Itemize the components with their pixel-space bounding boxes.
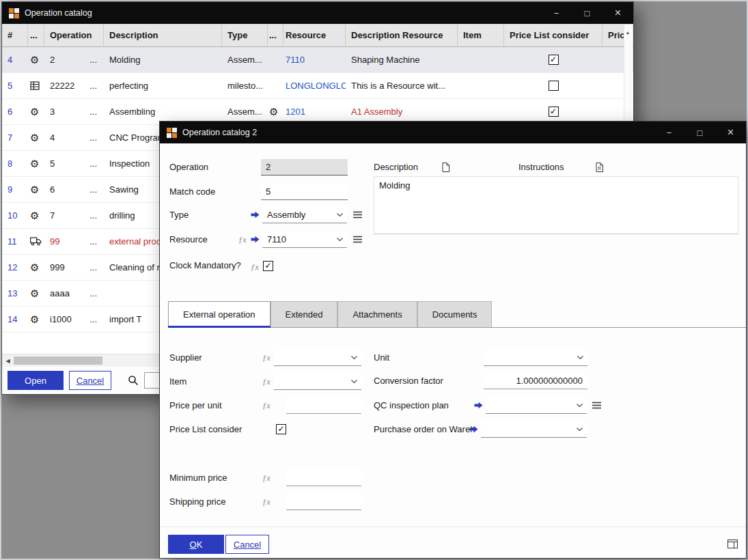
open-button[interactable]: Open: [8, 371, 64, 390]
minimize-icon[interactable]: −: [654, 122, 684, 143]
price-list-consider-checkbox[interactable]: [276, 424, 286, 434]
ellipsis-lookup[interactable]: ...: [89, 184, 97, 195]
ellipsis-lookup[interactable]: ...: [89, 55, 97, 65]
minimum-price-label: Minimum price: [169, 470, 227, 486]
col-header-description-resource[interactable]: Description Resource: [346, 24, 458, 46]
unit-select[interactable]: [484, 350, 587, 366]
ellipsis-lookup[interactable]: ...: [89, 158, 97, 169]
goto-arrow-icon[interactable]: [251, 236, 260, 243]
chevron-down-icon: [351, 356, 357, 359]
shipping-price-input[interactable]: [286, 494, 361, 510]
cell-type: Assem...: [222, 47, 268, 72]
tab-extended[interactable]: Extended: [271, 301, 338, 327]
row-number: 14: [2, 307, 28, 332]
description-text: Molding: [379, 180, 411, 191]
col-header-icon[interactable]: ...: [28, 24, 44, 46]
type-select[interactable]: Assembly: [262, 207, 347, 223]
minimum-price-input[interactable]: [286, 470, 361, 486]
col-header-item[interactable]: Item: [458, 24, 504, 46]
item-select[interactable]: [274, 374, 361, 390]
catalog-cancel-button[interactable]: Cancel: [69, 371, 111, 390]
resource-list-icon[interactable]: [353, 236, 362, 243]
table-row[interactable]: 5 22222... perfecting milesto... LONGLON…: [2, 73, 633, 99]
cell-operation: 2...: [44, 47, 104, 72]
ellipsis-lookup[interactable]: ...: [89, 262, 97, 272]
fx-icon: ƒx: [262, 473, 271, 484]
conversion-factor-label: Conversion factor: [374, 373, 443, 389]
fx-icon: ƒx: [262, 496, 271, 507]
price-per-unit-input[interactable]: [286, 397, 361, 414]
col-header-operation[interactable]: Operation: [44, 24, 104, 46]
clock-mandatory-label: Clock Mandatory?: [169, 257, 241, 274]
type-value: Assembly: [267, 210, 305, 220]
scrollbar-thumb[interactable]: [14, 356, 102, 365]
ellipsis-lookup[interactable]: ...: [89, 288, 97, 298]
goto-arrow-icon[interactable]: [474, 402, 483, 409]
col-header-num[interactable]: #: [2, 24, 28, 46]
col-header-price-list-consider[interactable]: Price List consider: [504, 24, 602, 46]
qc-list-icon[interactable]: [592, 402, 601, 409]
tab-attachments[interactable]: Attachments: [337, 301, 417, 327]
resource-select[interactable]: 7110: [262, 232, 347, 248]
operation-label: Operation: [169, 159, 208, 176]
instructions-doc-icon[interactable]: [596, 163, 603, 172]
col-header-resource[interactable]: Resource: [283, 24, 346, 46]
col-header-resource-icon[interactable]: ...: [268, 24, 283, 46]
minimize-icon[interactable]: −: [541, 2, 572, 24]
operation-value: 3: [50, 107, 55, 117]
price-per-unit-label: Price per unit: [169, 397, 222, 414]
supplier-select[interactable]: [274, 350, 361, 366]
row-number: 11: [2, 229, 28, 254]
dialog-cancel-button[interactable]: Cancel: [225, 535, 269, 554]
catalog-window-title: Operation catalog: [25, 8, 92, 18]
chevron-down-icon: [577, 428, 583, 431]
fx-icon: ƒx: [238, 234, 247, 245]
description-doc-icon[interactable]: [442, 163, 449, 172]
table-row[interactable]: 4 ⚙ 2... Molding Assem... 7110 Shaping M…: [2, 47, 633, 73]
goto-arrow-icon[interactable]: [469, 425, 478, 433]
milestone-icon: [28, 73, 44, 98]
ellipsis-lookup[interactable]: ...: [89, 132, 97, 143]
ellipsis-lookup[interactable]: ...: [89, 236, 97, 247]
cell-resource-icon: [268, 73, 283, 98]
ok-button[interactable]: OK: [168, 535, 224, 554]
ellipsis-lookup[interactable]: ...: [89, 314, 97, 324]
cell-description: Molding: [104, 47, 222, 72]
price-list-checkbox[interactable]: [549, 107, 559, 117]
close-icon[interactable]: ×: [602, 2, 633, 24]
col-header-type[interactable]: Type: [222, 24, 268, 46]
ellipsis-lookup[interactable]: ...: [89, 107, 97, 117]
ellipsis-lookup[interactable]: ...: [89, 210, 97, 221]
price-list-checkbox[interactable]: [549, 81, 559, 91]
match-code-field[interactable]: 5: [261, 184, 348, 200]
search-icon: [128, 375, 139, 386]
qc-inspection-plan-select[interactable]: [486, 397, 587, 414]
description-textarea[interactable]: Molding: [374, 176, 738, 234]
cell-item: [458, 47, 504, 72]
ellipsis-lookup[interactable]: ...: [89, 81, 97, 91]
cell-operation: 4...: [44, 125, 104, 150]
purchase-order-select[interactable]: [481, 421, 587, 438]
conversion-factor-field[interactable]: 1.000000000000: [484, 373, 587, 389]
maximize-icon[interactable]: □: [684, 122, 715, 143]
price-list-checkbox[interactable]: [549, 55, 559, 65]
scroll-left-icon[interactable]: ◀: [2, 354, 14, 367]
qc-inspection-plan-label: QC inspection plan: [374, 397, 449, 414]
maximize-icon[interactable]: □: [572, 2, 602, 24]
col-header-description[interactable]: Description: [104, 24, 222, 46]
gear-icon: ⚙: [28, 281, 44, 306]
cell-description: perfecting: [104, 73, 222, 98]
chevron-down-icon: [577, 404, 583, 407]
clock-mandatory-checkbox[interactable]: [263, 261, 273, 271]
goto-arrow-icon[interactable]: [251, 211, 260, 219]
tab-documents[interactable]: Documents: [417, 301, 493, 327]
cell-description-resource: Shaping Machine: [346, 47, 458, 72]
row-number: 12: [2, 255, 28, 280]
operation-field-value: 2: [266, 162, 271, 172]
tab-external-operation[interactable]: External operation: [168, 301, 271, 327]
type-list-icon[interactable]: [353, 211, 362, 219]
scroll-up-icon[interactable]: ▲: [624, 27, 632, 37]
close-icon[interactable]: ×: [715, 122, 746, 143]
operation-field[interactable]: 2: [261, 159, 348, 176]
form-view-icon[interactable]: [728, 540, 738, 548]
